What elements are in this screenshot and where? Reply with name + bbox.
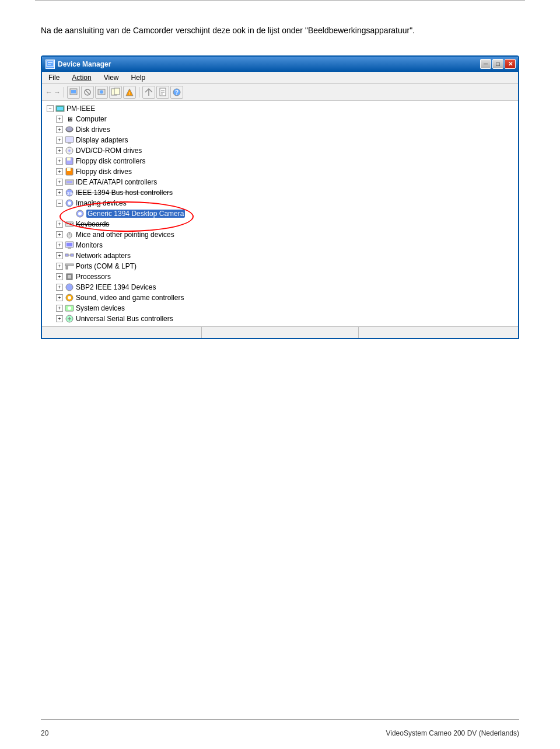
expand-monitors[interactable]: +: [56, 242, 63, 249]
close-button[interactable]: ✕: [505, 59, 516, 69]
svg-rect-39: [68, 223, 69, 224]
display-icon: [65, 135, 74, 145]
toolbar-btn-4[interactable]: [109, 86, 122, 99]
expand-disk[interactable]: +: [56, 126, 63, 133]
menu-view[interactable]: View: [102, 73, 121, 82]
menu-help[interactable]: Help: [130, 73, 148, 82]
expand-ieee[interactable]: +: [56, 189, 63, 196]
expand-dvd[interactable]: +: [56, 147, 63, 154]
svg-rect-0: [47, 61, 54, 67]
svg-rect-28: [67, 168, 71, 171]
svg-rect-18: [57, 107, 63, 110]
sbp2-icon: [65, 283, 74, 292]
sound-icon: [65, 293, 74, 302]
forward-button[interactable]: →: [54, 88, 61, 96]
tree-content-wrapper: − PM-IEEE + 🖥 Computer +: [42, 101, 518, 326]
monitors-icon: [65, 241, 74, 250]
svg-text:?: ?: [175, 89, 178, 96]
device-tree: − PM-IEEE + 🖥 Computer +: [42, 101, 518, 326]
label-monitors: Monitors: [76, 241, 103, 249]
menu-action[interactable]: Action: [70, 73, 93, 82]
status-pane-1: [44, 327, 202, 338]
svg-text:!: !: [129, 91, 130, 96]
list-item: + SBP2 IEEE 1394 Devices: [44, 282, 516, 292]
tree-root-list: − PM-IEEE + 🖥 Computer +: [44, 103, 516, 324]
list-item[interactable]: + Generic 1394 Desktop Camera: [44, 208, 516, 219]
expand-sound[interactable]: +: [56, 294, 63, 301]
expand-sbp2[interactable]: +: [56, 284, 63, 291]
list-item: + Ports (COM & LPT): [44, 261, 516, 271]
expand-display[interactable]: +: [56, 137, 63, 144]
expand-network[interactable]: +: [56, 252, 63, 259]
svg-rect-46: [66, 243, 72, 246]
label-sound: Sound, video and game controllers: [76, 294, 184, 302]
svg-rect-53: [68, 275, 71, 278]
list-item: + Floppy disk controllers: [44, 156, 516, 166]
bottom-rule: [41, 719, 519, 720]
restore-button[interactable]: □: [492, 59, 503, 69]
label-dvd: DVD/CD-ROM drives: [76, 147, 142, 155]
statusbar: [42, 326, 518, 338]
root-icon: [55, 104, 65, 113]
ports-icon: [65, 262, 74, 271]
svg-rect-48: [71, 254, 74, 256]
list-item: + Floppy disk drives: [44, 166, 516, 177]
svg-rect-41: [72, 223, 73, 224]
computer-icon: 🖥: [65, 114, 74, 124]
expand-ide[interactable]: +: [56, 179, 63, 186]
list-item: + Monitors: [44, 240, 516, 250]
list-item: − Imaging devices: [44, 198, 516, 208]
list-item: + DVD/CD-ROM drives: [44, 145, 516, 156]
expand-floppy-ctrl[interactable]: +: [56, 158, 63, 165]
svg-point-56: [68, 296, 71, 299]
list-item: + Sound, video and game controllers: [44, 292, 516, 303]
label-network: Network adapters: [76, 252, 131, 260]
toolbar-btn-2[interactable]: [81, 86, 94, 99]
device-manager-window: Device Manager ─ □ ✕ File Action View He…: [41, 55, 519, 339]
expand-system[interactable]: +: [56, 305, 63, 312]
window-buttons: ─ □ ✕: [480, 59, 516, 69]
minimize-button[interactable]: ─: [480, 59, 491, 69]
svg-rect-47: [65, 254, 68, 256]
toolbar-btn-1[interactable]: [67, 86, 80, 99]
back-button[interactable]: ←: [46, 88, 52, 96]
list-item: + 1394 IEEE 1394 Bus host controllers: [44, 187, 516, 198]
menu-file[interactable]: File: [47, 73, 61, 82]
label-ieee: IEEE 1394 Bus host controllers: [76, 189, 173, 197]
expand-ports[interactable]: +: [56, 263, 63, 270]
list-item: + System devices: [44, 303, 516, 313]
toolbar: ← → ! ?: [42, 84, 518, 101]
label-mice: Mice and other pointing devices: [76, 231, 174, 239]
expand-proc[interactable]: +: [56, 273, 63, 280]
svg-rect-40: [70, 223, 71, 224]
toolbar-btn-3[interactable]: [95, 86, 108, 99]
toolbar-btn-8[interactable]: ?: [170, 86, 183, 99]
expand-mice[interactable]: +: [56, 231, 63, 238]
svg-rect-21: [65, 137, 74, 142]
root-expand[interactable]: −: [47, 105, 54, 112]
toolbar-btn-7[interactable]: [156, 86, 169, 99]
list-item: + Display adapters: [44, 135, 516, 145]
proc-icon: [65, 272, 74, 281]
expand-usb[interactable]: +: [56, 315, 63, 322]
expand-imaging[interactable]: −: [56, 200, 63, 207]
window-icon: [46, 60, 55, 69]
menubar: File Action View Help: [42, 72, 518, 84]
label-display: Display adapters: [76, 136, 128, 144]
camera-icon: [75, 209, 85, 218]
expand-computer[interactable]: +: [56, 116, 63, 123]
expand-kbd[interactable]: +: [56, 221, 63, 228]
svg-point-36: [78, 212, 82, 215]
label-camera[interactable]: Generic 1394 Desktop Camera: [86, 210, 185, 218]
toolbar-separator-2: [139, 87, 139, 97]
footer-page: 20: [41, 729, 48, 737]
label-ide: IDE ATA/ATAPI controllers: [76, 178, 157, 186]
toolbar-btn-5[interactable]: !: [123, 86, 136, 99]
top-rule: [35, 0, 525, 1]
expand-floppy-drv[interactable]: +: [56, 168, 63, 175]
label-system: System devices: [76, 304, 125, 312]
toolbar-btn-6[interactable]: [142, 86, 155, 99]
svg-point-58: [68, 306, 71, 310]
floppy-drv-icon: [65, 167, 74, 176]
imaging-icon: [65, 198, 74, 208]
